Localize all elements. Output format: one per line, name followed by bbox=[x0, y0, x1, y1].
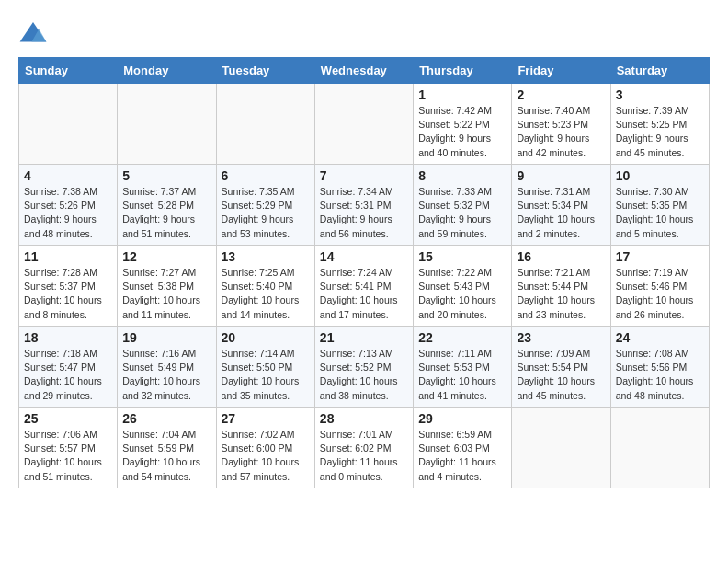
day-number: 29 bbox=[418, 411, 506, 426]
day-header-sunday: Sunday bbox=[19, 58, 118, 84]
day-number: 6 bbox=[222, 168, 310, 183]
day-info: Sunrise: 7:31 AM Sunset: 5:34 PM Dayligh… bbox=[517, 185, 605, 241]
day-info: Sunrise: 7:38 AM Sunset: 5:26 PM Dayligh… bbox=[24, 185, 112, 241]
day-info: Sunrise: 7:19 AM Sunset: 5:46 PM Dayligh… bbox=[616, 266, 704, 322]
day-info: Sunrise: 7:28 AM Sunset: 5:37 PM Dayligh… bbox=[24, 266, 112, 322]
day-info: Sunrise: 7:35 AM Sunset: 5:29 PM Dayligh… bbox=[222, 185, 310, 241]
day-info: Sunrise: 7:14 AM Sunset: 5:50 PM Dayligh… bbox=[222, 347, 310, 403]
day-info: Sunrise: 7:42 AM Sunset: 5:22 PM Dayligh… bbox=[418, 104, 506, 160]
day-info: Sunrise: 7:39 AM Sunset: 5:25 PM Dayligh… bbox=[616, 104, 704, 160]
calendar-cell: 4Sunrise: 7:38 AM Sunset: 5:26 PM Daylig… bbox=[19, 165, 118, 246]
week-row-2: 4Sunrise: 7:38 AM Sunset: 5:26 PM Daylig… bbox=[19, 165, 710, 246]
calendar-cell: 5Sunrise: 7:37 AM Sunset: 5:28 PM Daylig… bbox=[118, 165, 216, 246]
day-number: 16 bbox=[517, 249, 605, 264]
calendar-cell: 17Sunrise: 7:19 AM Sunset: 5:46 PM Dayli… bbox=[610, 246, 709, 327]
day-info: Sunrise: 7:16 AM Sunset: 5:49 PM Dayligh… bbox=[122, 347, 210, 403]
day-info: Sunrise: 7:02 AM Sunset: 6:00 PM Dayligh… bbox=[222, 428, 310, 484]
day-number: 28 bbox=[320, 411, 408, 426]
day-number: 3 bbox=[616, 87, 704, 102]
day-info: Sunrise: 7:25 AM Sunset: 5:40 PM Dayligh… bbox=[222, 266, 310, 322]
calendar-cell: 29Sunrise: 6:59 AM Sunset: 6:03 PM Dayli… bbox=[414, 408, 512, 488]
day-info: Sunrise: 7:01 AM Sunset: 6:02 PM Dayligh… bbox=[320, 428, 408, 484]
day-info: Sunrise: 7:04 AM Sunset: 5:59 PM Dayligh… bbox=[122, 428, 210, 484]
calendar-header-row: SundayMondayTuesdayWednesdayThursdayFrid… bbox=[19, 58, 710, 84]
day-number: 21 bbox=[320, 330, 408, 345]
week-row-4: 18Sunrise: 7:18 AM Sunset: 5:47 PM Dayli… bbox=[19, 327, 710, 408]
calendar-cell bbox=[216, 84, 314, 165]
day-info: Sunrise: 7:13 AM Sunset: 5:52 PM Dayligh… bbox=[320, 347, 408, 403]
day-header-thursday: Thursday bbox=[414, 58, 512, 84]
calendar-cell: 26Sunrise: 7:04 AM Sunset: 5:59 PM Dayli… bbox=[118, 408, 216, 488]
calendar-cell: 1Sunrise: 7:42 AM Sunset: 5:22 PM Daylig… bbox=[414, 84, 512, 165]
logo bbox=[18, 18, 51, 48]
logo-icon bbox=[18, 18, 48, 48]
day-header-friday: Friday bbox=[512, 58, 610, 84]
day-number: 4 bbox=[24, 168, 112, 183]
page-header bbox=[18, 18, 710, 48]
day-number: 26 bbox=[122, 411, 210, 426]
day-number: 27 bbox=[222, 411, 310, 426]
day-info: Sunrise: 7:21 AM Sunset: 5:44 PM Dayligh… bbox=[517, 266, 605, 322]
day-header-wednesday: Wednesday bbox=[314, 58, 413, 84]
calendar-cell: 13Sunrise: 7:25 AM Sunset: 5:40 PM Dayli… bbox=[216, 246, 314, 327]
day-number: 1 bbox=[418, 87, 506, 102]
day-number: 7 bbox=[320, 168, 408, 183]
day-number: 8 bbox=[418, 168, 506, 183]
day-number: 18 bbox=[24, 330, 112, 345]
calendar-cell: 9Sunrise: 7:31 AM Sunset: 5:34 PM Daylig… bbox=[512, 165, 610, 246]
calendar-cell: 10Sunrise: 7:30 AM Sunset: 5:35 PM Dayli… bbox=[610, 165, 709, 246]
calendar-cell: 12Sunrise: 7:27 AM Sunset: 5:38 PM Dayli… bbox=[118, 246, 216, 327]
calendar-cell: 21Sunrise: 7:13 AM Sunset: 5:52 PM Dayli… bbox=[314, 327, 413, 408]
day-number: 15 bbox=[418, 249, 506, 264]
calendar-cell: 24Sunrise: 7:08 AM Sunset: 5:56 PM Dayli… bbox=[610, 327, 709, 408]
day-info: Sunrise: 7:30 AM Sunset: 5:35 PM Dayligh… bbox=[616, 185, 704, 241]
calendar-cell: 15Sunrise: 7:22 AM Sunset: 5:43 PM Dayli… bbox=[414, 246, 512, 327]
calendar-cell: 28Sunrise: 7:01 AM Sunset: 6:02 PM Dayli… bbox=[314, 408, 413, 488]
calendar-cell: 7Sunrise: 7:34 AM Sunset: 5:31 PM Daylig… bbox=[314, 165, 413, 246]
calendar-cell bbox=[314, 84, 413, 165]
day-number: 10 bbox=[616, 168, 704, 183]
calendar-cell: 6Sunrise: 7:35 AM Sunset: 5:29 PM Daylig… bbox=[216, 165, 314, 246]
day-number: 13 bbox=[222, 249, 310, 264]
day-header-saturday: Saturday bbox=[610, 58, 709, 84]
day-number: 14 bbox=[320, 249, 408, 264]
calendar-cell: 3Sunrise: 7:39 AM Sunset: 5:25 PM Daylig… bbox=[610, 84, 709, 165]
day-number: 2 bbox=[517, 87, 605, 102]
calendar-table: SundayMondayTuesdayWednesdayThursdayFrid… bbox=[18, 57, 710, 488]
calendar-cell: 11Sunrise: 7:28 AM Sunset: 5:37 PM Dayli… bbox=[19, 246, 118, 327]
calendar-cell: 19Sunrise: 7:16 AM Sunset: 5:49 PM Dayli… bbox=[118, 327, 216, 408]
week-row-3: 11Sunrise: 7:28 AM Sunset: 5:37 PM Dayli… bbox=[19, 246, 710, 327]
calendar-cell: 18Sunrise: 7:18 AM Sunset: 5:47 PM Dayli… bbox=[19, 327, 118, 408]
week-row-1: 1Sunrise: 7:42 AM Sunset: 5:22 PM Daylig… bbox=[19, 84, 710, 165]
day-info: Sunrise: 7:18 AM Sunset: 5:47 PM Dayligh… bbox=[24, 347, 112, 403]
calendar-cell bbox=[610, 408, 709, 488]
day-number: 22 bbox=[418, 330, 506, 345]
calendar-cell: 27Sunrise: 7:02 AM Sunset: 6:00 PM Dayli… bbox=[216, 408, 314, 488]
calendar-cell: 23Sunrise: 7:09 AM Sunset: 5:54 PM Dayli… bbox=[512, 327, 610, 408]
day-header-monday: Monday bbox=[118, 58, 216, 84]
day-info: Sunrise: 7:27 AM Sunset: 5:38 PM Dayligh… bbox=[122, 266, 210, 322]
day-info: Sunrise: 7:34 AM Sunset: 5:31 PM Dayligh… bbox=[320, 185, 408, 241]
calendar-cell: 22Sunrise: 7:11 AM Sunset: 5:53 PM Dayli… bbox=[414, 327, 512, 408]
calendar-cell: 14Sunrise: 7:24 AM Sunset: 5:41 PM Dayli… bbox=[314, 246, 413, 327]
calendar-cell bbox=[19, 84, 118, 165]
day-number: 23 bbox=[517, 330, 605, 345]
day-number: 5 bbox=[122, 168, 210, 183]
day-number: 25 bbox=[24, 411, 112, 426]
calendar-cell bbox=[512, 408, 610, 488]
day-info: Sunrise: 7:33 AM Sunset: 5:32 PM Dayligh… bbox=[418, 185, 506, 241]
day-info: Sunrise: 7:24 AM Sunset: 5:41 PM Dayligh… bbox=[320, 266, 408, 322]
day-header-tuesday: Tuesday bbox=[216, 58, 314, 84]
day-info: Sunrise: 7:06 AM Sunset: 5:57 PM Dayligh… bbox=[24, 428, 112, 484]
calendar-cell bbox=[118, 84, 216, 165]
day-number: 24 bbox=[616, 330, 704, 345]
calendar-cell: 8Sunrise: 7:33 AM Sunset: 5:32 PM Daylig… bbox=[414, 165, 512, 246]
day-number: 19 bbox=[122, 330, 210, 345]
day-info: Sunrise: 7:11 AM Sunset: 5:53 PM Dayligh… bbox=[418, 347, 506, 403]
day-info: Sunrise: 7:09 AM Sunset: 5:54 PM Dayligh… bbox=[517, 347, 605, 403]
week-row-5: 25Sunrise: 7:06 AM Sunset: 5:57 PM Dayli… bbox=[19, 408, 710, 488]
calendar-cell: 20Sunrise: 7:14 AM Sunset: 5:50 PM Dayli… bbox=[216, 327, 314, 408]
day-info: Sunrise: 7:37 AM Sunset: 5:28 PM Dayligh… bbox=[122, 185, 210, 241]
calendar-cell: 25Sunrise: 7:06 AM Sunset: 5:57 PM Dayli… bbox=[19, 408, 118, 488]
day-number: 12 bbox=[122, 249, 210, 264]
